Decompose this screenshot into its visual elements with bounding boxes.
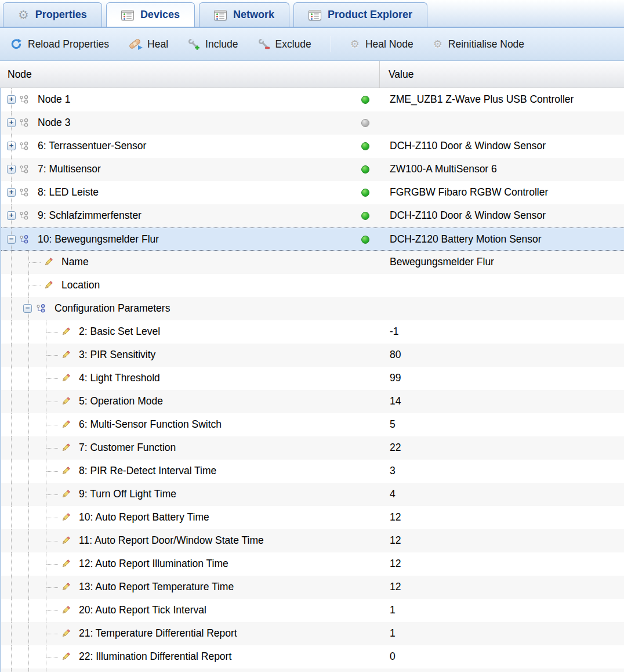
tree-guide-line bbox=[11, 576, 12, 599]
tree-row[interactable]: 7: Customer Function22 bbox=[1, 436, 624, 460]
tree-row[interactable]: −Configuration Parameters bbox=[1, 297, 624, 320]
node-label: 21: Temperature Differential Report bbox=[79, 622, 237, 645]
tree-elbow-line bbox=[29, 286, 41, 286]
tree-row[interactable]: 5: Operation Mode14 bbox=[1, 390, 624, 413]
tree-row[interactable]: 20: Auto Report Tick Interval1 bbox=[1, 599, 624, 622]
pencil-icon bbox=[61, 443, 71, 453]
pencil-icon bbox=[61, 350, 71, 360]
tree-row[interactable]: 13: Auto Report Temperature Time12 bbox=[1, 576, 624, 599]
tree-row[interactable]: +7: MultisensorZW100-A MultiSensor 6 bbox=[1, 158, 624, 181]
tree-row[interactable]: 12: Auto Report Illumination Time12 bbox=[1, 552, 624, 576]
tab-devices[interactable]: Devices bbox=[106, 2, 195, 27]
include-button[interactable]: Include bbox=[187, 37, 239, 52]
tree-row[interactable]: 8: PIR Re-Detect Interval Time3 bbox=[1, 460, 624, 483]
tree-guide-line bbox=[11, 506, 12, 529]
node-value: 12 bbox=[390, 576, 401, 598]
heal-node-button[interactable]: ⚙︎Heal Node bbox=[349, 37, 415, 52]
tab-label: Properties bbox=[35, 9, 87, 21]
expand-icon[interactable]: + bbox=[7, 118, 16, 127]
node-label: 11: Auto Report Door/Window State Time bbox=[79, 529, 264, 552]
tree-row[interactable]: 9: Turn Off Light Time4 bbox=[1, 483, 624, 506]
expand-icon[interactable]: + bbox=[7, 142, 16, 150]
collapse-icon[interactable]: − bbox=[7, 235, 16, 244]
tree-row[interactable]: +Node 3 bbox=[1, 111, 624, 135]
tree-elbow-line bbox=[46, 355, 58, 356]
reload-properties-button[interactable]: Reload Properties bbox=[9, 37, 110, 52]
column-header-value[interactable]: Value bbox=[380, 61, 624, 88]
tree-guide-line bbox=[11, 483, 12, 506]
node-value: DCH-Z120 Battery Motion Sensor bbox=[390, 228, 542, 251]
toolbar-button-label: Reload Properties bbox=[28, 38, 109, 50]
node-value: 1 bbox=[390, 622, 396, 645]
tree-row[interactable]: 4: Light Threshold99 bbox=[1, 367, 624, 390]
tree-elbow-line bbox=[46, 471, 58, 472]
tab-properties[interactable]: ⚙︎Properties bbox=[3, 2, 102, 27]
device-tree: +Node 1ZME_UZB1 Z-Wave Plus USB Controll… bbox=[0, 88, 624, 672]
expand-icon[interactable]: + bbox=[7, 95, 16, 104]
tree-elbow-line bbox=[46, 332, 58, 333]
tree-row[interactable]: 10: Auto Report Battery Time12 bbox=[1, 506, 624, 529]
node-value: Bewegungsmelder Flur bbox=[390, 251, 494, 273]
node-value: 3 bbox=[390, 460, 396, 482]
node-value: 12 bbox=[390, 529, 401, 552]
tree-row[interactable]: +8: LED LeisteFGRGBW Fibaro RGBW Control… bbox=[1, 181, 624, 204]
tree-guide-line bbox=[11, 297, 12, 320]
column-header-node[interactable]: Node bbox=[0, 61, 380, 88]
tree-guide-line bbox=[28, 529, 29, 552]
node-label: 2: Basic Set Level bbox=[79, 320, 160, 343]
tree-row[interactable]: Location bbox=[1, 274, 624, 297]
tree-row[interactable]: +6: Terrassentuer-SensorDCH-Z110 Door & … bbox=[1, 135, 624, 158]
tree-row[interactable]: 22: Illumination Differential Report0 bbox=[1, 645, 624, 669]
tree-row[interactable]: 11: Auto Report Door/Window State Time12 bbox=[1, 529, 624, 552]
tree-row[interactable]: −10: Bewegungsmelder FlurDCH-Z120 Batter… bbox=[1, 227, 624, 251]
pencil-icon bbox=[61, 489, 71, 499]
tree-guide-line bbox=[11, 274, 12, 297]
tree-row[interactable]: NameBewegungsmelder Flur bbox=[1, 251, 624, 274]
expand-icon[interactable]: + bbox=[7, 188, 16, 197]
tree-guide-line bbox=[11, 367, 12, 390]
tree-guide-line bbox=[28, 669, 29, 672]
pencil-icon bbox=[61, 652, 71, 662]
toolbar-button-label: Heal Node bbox=[365, 38, 413, 50]
collapse-icon[interactable]: − bbox=[23, 304, 32, 313]
heal-button[interactable]: Heal bbox=[128, 37, 169, 52]
tree-guide-line bbox=[28, 367, 29, 390]
node-label: 20: Auto Report Tick Interval bbox=[79, 599, 206, 622]
tree-guide-line bbox=[28, 622, 29, 645]
reinitialise-node-button[interactable]: ⚙︎Reinitialise Node bbox=[432, 37, 525, 52]
tree-guide-line bbox=[11, 413, 12, 436]
tab-product-explorer[interactable]: Product Explorer bbox=[293, 2, 427, 27]
tree-elbow-line bbox=[46, 494, 58, 495]
node-value: DCH-Z110 Door & Window Sensor bbox=[390, 135, 546, 157]
tree-guide-line bbox=[11, 320, 12, 344]
node-icon bbox=[19, 164, 29, 174]
tree-row[interactable]: +Node 1ZME_UZB1 Z-Wave Plus USB Controll… bbox=[1, 88, 624, 111]
node-icon bbox=[19, 141, 29, 151]
tab-network[interactable]: Network bbox=[199, 2, 289, 27]
tree-row[interactable]: 21: Temperature Differential Report1 bbox=[1, 622, 624, 645]
status-dot-green bbox=[361, 236, 369, 244]
tab-bar: ⚙︎PropertiesDevicesNetworkProduct Explor… bbox=[0, 0, 624, 28]
wrench-minus-icon bbox=[258, 38, 270, 50]
tree-guide-line bbox=[28, 390, 29, 413]
grid-overflow-strip bbox=[1, 669, 624, 672]
node-value: FGRGBW Fibaro RGBW Controller bbox=[390, 181, 548, 204]
tree-row[interactable]: 6: Multi-Sensor Function Switch5 bbox=[1, 413, 624, 436]
exclude-button[interactable]: Exclude bbox=[257, 37, 313, 52]
tree-guide-line bbox=[28, 576, 29, 599]
wrench-plus-icon bbox=[188, 38, 199, 50]
toolbar-button-label: Heal bbox=[147, 38, 168, 50]
tree-row[interactable]: +9: SchlafzimmerfensterDCH-Z110 Door & W… bbox=[1, 204, 624, 227]
status-dot-gray bbox=[361, 119, 369, 127]
tree-row[interactable]: 2: Basic Set Level-1 bbox=[1, 320, 624, 344]
tree-guide-line bbox=[28, 320, 29, 344]
tree-elbow-line bbox=[46, 587, 58, 588]
node-value: 99 bbox=[390, 367, 401, 389]
tree-row[interactable]: 3: PIR Sensitivity80 bbox=[1, 344, 624, 367]
node-label: 12: Auto Report Illumination Time bbox=[79, 552, 228, 575]
node-value: DCH-Z110 Door & Window Sensor bbox=[390, 204, 546, 227]
expand-icon[interactable]: + bbox=[7, 165, 16, 174]
expand-icon[interactable]: + bbox=[7, 211, 16, 220]
node-label: 10: Bewegungsmelder Flur bbox=[38, 228, 159, 251]
toolbar: Reload PropertiesHealIncludeExclude⚙︎Hea… bbox=[0, 28, 624, 61]
